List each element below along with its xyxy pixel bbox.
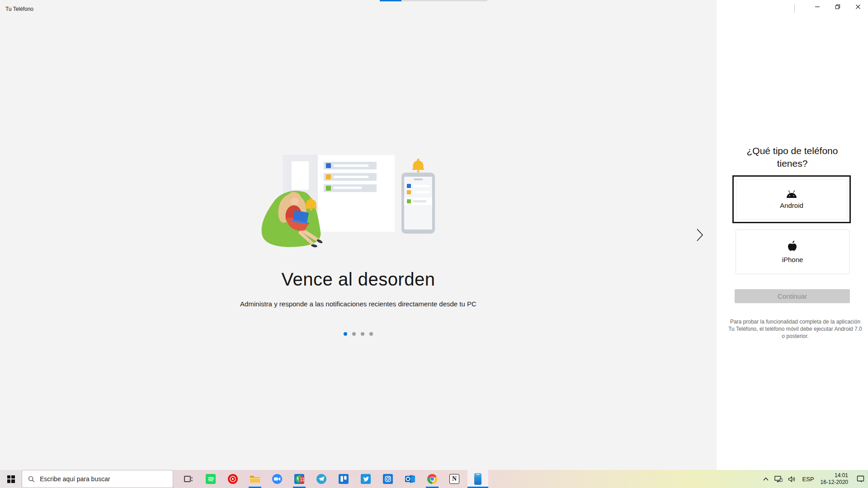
restore-button[interactable] [827,0,848,14]
carousel-dot[interactable] [369,332,373,336]
phone-type-question: ¿Qué tipo de teléfono tienes? [735,145,850,170]
iphone-option[interactable]: iPhone [736,230,849,274]
iphone-option-label: iPhone [782,256,803,263]
spotify-icon [206,474,216,484]
carousel-dots[interactable] [0,332,717,336]
tray-volume-button[interactable] [785,470,799,488]
taskbar-search[interactable] [22,470,173,488]
taskbar-zoom-button[interactable] [268,470,286,488]
clock-time: 14:01 [835,472,848,479]
taskbar-spotify-button[interactable] [202,470,220,488]
network-icon [774,475,783,483]
app-title: Tu Teléfono [5,6,33,12]
chevron-up-icon [763,477,769,481]
caption-buttons [807,0,868,14]
continue-button[interactable]: Continuar [735,289,850,303]
youtube-music-icon [227,474,238,484]
android-option[interactable]: Android [732,175,851,223]
instagram-icon [383,474,393,484]
chrome-icon [427,474,437,484]
horizontal-scrollbar[interactable] [380,0,487,1]
clock-date: 16-12-2020 [821,479,848,485]
start-button[interactable] [0,470,22,488]
minimize-button[interactable] [807,0,827,14]
twitter-icon [361,474,371,484]
taskbar-trello-button[interactable] [335,470,353,488]
telegram-icon [316,474,327,484]
close-icon [855,4,861,9]
taskbar-twitter-button[interactable] [357,470,375,488]
search-icon [28,476,35,483]
minimize-icon [815,4,820,9]
taskbar-outlook-button[interactable] [401,470,419,488]
whatsapp-badge: 11 [299,476,304,483]
taskbar-file-explorer-button[interactable] [246,470,264,488]
tray-network-button[interactable] [772,470,785,488]
task-view-icon [184,474,193,484]
carousel-dot[interactable] [361,332,364,336]
your-phone-window: Tu Teléfono [0,0,868,470]
tray-action-center-button[interactable] [853,470,868,488]
page-title: Vence al desorden [0,269,717,290]
android-robot-icon [785,190,798,198]
scrollbar-thumb[interactable] [380,0,401,1]
taskbar-notion-button[interactable]: N [445,470,463,488]
your-phone-icon [474,473,481,485]
titlebar-divider [794,4,795,13]
search-input[interactable] [40,475,153,483]
file-explorer-icon [250,474,260,483]
notion-icon: N [449,474,459,484]
chevron-right-icon [695,228,704,242]
trello-icon [339,474,349,484]
tray-clock[interactable]: 14:01 16-12-2020 [818,470,853,488]
tray-language-indicator[interactable]: ESP [799,470,818,488]
taskbar-youtube-music-button[interactable] [224,470,242,488]
page-subtitle: Administra y responde a las notificacion… [0,300,717,308]
android-option-label: Android [780,202,803,209]
illustration-svg [253,147,452,251]
carousel-dot[interactable] [344,332,347,336]
carousel-next-button[interactable] [691,225,709,245]
taskbar-your-phone-button[interactable] [467,470,488,488]
windows-logo-icon [7,475,15,483]
tray-show-hidden-icons[interactable] [760,470,772,488]
taskbar-whatsapp-button[interactable]: 11 [290,470,308,488]
taskbar-chrome-button[interactable] [423,470,441,488]
android-version-note: Para probar la funcionalidad completa de… [727,318,863,340]
zoom-icon [272,474,283,484]
speaker-icon [788,476,796,483]
whatsapp-icon: 11 [294,474,304,484]
taskbar: 11 [0,470,868,488]
taskbar-telegram-button[interactable] [312,470,330,488]
restore-icon [835,4,840,9]
close-button[interactable] [848,0,868,14]
carousel-dot[interactable] [352,332,356,336]
apple-logo-icon [787,240,798,253]
action-center-icon [857,475,864,483]
declutter-illustration [253,147,452,251]
taskbar-task-view-button[interactable] [179,470,198,488]
taskbar-instagram-button[interactable] [379,470,397,488]
outlook-icon [405,474,415,484]
